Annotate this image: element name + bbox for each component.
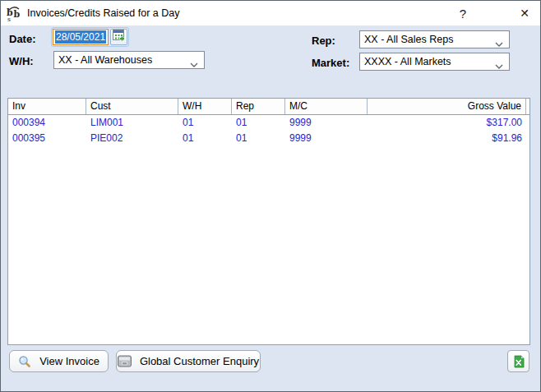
view-invoice-label: View Invoice <box>39 355 99 367</box>
rep-value: XX - All Sales Reps <box>364 34 453 45</box>
table-cell: 9999 <box>285 131 368 146</box>
header-filler <box>526 99 529 114</box>
excel-icon <box>512 355 525 368</box>
date-label: Date: <box>9 33 36 45</box>
dialog-window: b s b Invoices/Credits Raised for a Day … <box>0 0 541 392</box>
cash-register-icon <box>118 355 132 367</box>
global-customer-enquiry-button[interactable]: Global Customer Enquiry <box>116 350 261 372</box>
date-input[interactable]: 28/05/2021 <box>53 29 109 45</box>
table-body: 000394LIM00101019999$317.00000395PIE0020… <box>8 115 529 146</box>
bsb-logo-icon: b s b <box>6 5 22 21</box>
table-cell: 01 <box>178 131 232 146</box>
invoice-table: InvCustW/HRepM/CGross Value 000394LIM001… <box>7 98 530 345</box>
column-header-inv[interactable]: Inv <box>8 99 86 114</box>
row-filler <box>526 131 529 146</box>
table-cell: 01 <box>232 115 285 131</box>
table-row[interactable]: 000395PIE00201019999$91.96 <box>8 131 529 146</box>
rep-select[interactable]: XX - All Sales Reps <box>359 30 510 48</box>
table-cell: LIM001 <box>86 115 178 131</box>
table-cell: PIE002 <box>86 131 178 146</box>
warehouse-label: W/H: <box>9 55 34 67</box>
table-row[interactable]: 000394LIM00101019999$317.00 <box>8 115 529 131</box>
date-control: 28/05/2021 <box>51 27 129 47</box>
date-picker-button[interactable] <box>110 29 127 45</box>
row-filler <box>526 115 529 131</box>
table-cell: 01 <box>178 115 232 131</box>
column-header-w-h[interactable]: W/H <box>178 99 232 114</box>
table-cell: 01 <box>232 131 285 146</box>
column-header-cust[interactable]: Cust <box>86 99 178 114</box>
chevron-down-icon <box>190 58 198 70</box>
market-label: Market: <box>312 57 349 69</box>
market-value: XXXX - All Markets <box>364 56 451 67</box>
window-title: Invoices/Credits Raised for a Day <box>27 7 180 19</box>
global-customer-enquiry-label: Global Customer Enquiry <box>140 355 259 367</box>
table-cell: 9999 <box>285 115 368 131</box>
view-invoice-button[interactable]: View Invoice <box>9 350 109 372</box>
titlebar: b s b Invoices/Credits Raised for a Day … <box>1 1 540 25</box>
calendar-icon <box>113 30 125 44</box>
svg-text:s: s <box>7 16 11 22</box>
column-header-m-c[interactable]: M/C <box>285 99 368 114</box>
export-to-excel-button[interactable] <box>507 350 529 372</box>
date-value: 28/05/2021 <box>55 30 106 44</box>
table-cell: 000394 <box>8 115 86 131</box>
column-header-rep[interactable]: Rep <box>232 99 285 114</box>
magnifier-icon <box>18 355 31 368</box>
table-cell: 000395 <box>8 131 86 146</box>
close-button[interactable]: ✕ <box>509 1 540 25</box>
market-select[interactable]: XXXX - All Markets <box>359 53 510 71</box>
chevron-down-icon <box>495 60 503 71</box>
chevron-down-icon <box>495 38 503 49</box>
warehouse-select[interactable]: XX - All Warehouses <box>53 51 205 69</box>
svg-text:b: b <box>14 9 21 20</box>
warehouse-value: XX - All Warehouses <box>58 54 152 66</box>
column-header-gross-value[interactable]: Gross Value <box>368 99 526 114</box>
table-header: InvCustW/HRepM/CGross Value <box>8 99 529 115</box>
table-cell: $317.00 <box>368 115 526 131</box>
rep-label: Rep: <box>312 35 335 47</box>
table-cell: $91.96 <box>368 131 526 146</box>
help-button[interactable]: ? <box>447 1 479 25</box>
